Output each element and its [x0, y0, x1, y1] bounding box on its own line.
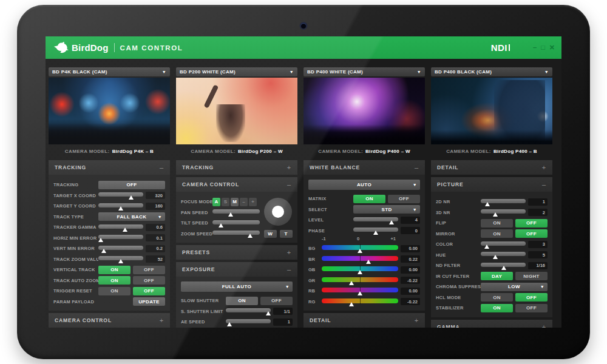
slider-thumb[interactable] [248, 234, 253, 238]
slider-thumb[interactable] [219, 223, 223, 228]
slider[interactable] [98, 202, 143, 211]
slider[interactable] [226, 318, 271, 326]
slider[interactable] [98, 244, 143, 253]
slider[interactable] [226, 307, 271, 315]
minimize-button[interactable]: – [533, 44, 537, 51]
slider[interactable] [481, 261, 526, 270]
slider-thumb[interactable] [373, 231, 378, 235]
toggle-night-button[interactable]: NIGHT [515, 272, 548, 280]
zoom-wide-button[interactable]: W [264, 230, 277, 238]
toggle-on-button[interactable]: ON [353, 195, 385, 203]
slider-thumb[interactable] [501, 266, 506, 270]
focus-manual-button[interactable]: M [231, 198, 239, 206]
slider-thumb[interactable] [118, 206, 123, 211]
slider-thumb[interactable] [493, 212, 498, 217]
slider[interactable] [98, 255, 143, 263]
focus-near-button[interactable]: – [240, 198, 248, 206]
slider-track[interactable] [212, 209, 260, 214]
toggle-on-button[interactable]: ON [481, 229, 513, 238]
toggle-off-button[interactable]: OFF [515, 293, 548, 302]
slider-thumb[interactable] [228, 212, 233, 217]
action-button[interactable]: UPDATE [133, 297, 165, 306]
slider[interactable] [212, 208, 260, 217]
focus-far-button[interactable]: + [249, 198, 257, 206]
section-header[interactable]: PRESETS+ [176, 245, 297, 260]
slider-track[interactable] [226, 308, 271, 312]
slider-track[interactable] [481, 252, 526, 256]
camera-source-select[interactable]: BD P200 WHITE (CAM)▼ [176, 67, 297, 76]
section-header[interactable]: GAMMA+ [431, 320, 552, 328]
slider[interactable] [481, 208, 526, 217]
slider-thumb[interactable] [484, 244, 489, 249]
dropdown[interactable]: AUTO▼ [308, 180, 420, 190]
dropdown[interactable]: STD▼ [353, 205, 420, 214]
slider[interactable] [98, 223, 143, 232]
camera-source-select[interactable]: BD P4K BLACK (CAM)▼ [49, 67, 170, 76]
focus-onepush-button[interactable]: S [222, 198, 229, 206]
slider[interactable] [98, 234, 143, 242]
slider[interactable] [212, 219, 260, 228]
dropdown[interactable]: LOW▼ [481, 283, 548, 291]
collapse-icon[interactable]: – [287, 266, 291, 273]
camera-source-select[interactable]: BD P400 WHITE (CAM)▼ [304, 67, 425, 76]
slider-thumb[interactable] [358, 249, 362, 253]
joystick-pad[interactable] [264, 198, 292, 226]
expand-icon[interactable]: + [542, 323, 546, 328]
toggle-off-button[interactable]: OFF [133, 287, 165, 295]
slider-thumb[interactable] [349, 302, 354, 306]
slider-thumb[interactable] [101, 249, 106, 253]
gradient-slider[interactable] [322, 286, 398, 295]
collapse-icon[interactable]: – [160, 164, 164, 171]
gradient-slider[interactable] [322, 265, 398, 274]
toggle-off-button[interactable]: OFF [515, 304, 548, 312]
toggle-on-button[interactable]: ON [98, 276, 131, 285]
expand-icon[interactable]: + [415, 317, 419, 324]
gradient-slider[interactable] [322, 255, 398, 264]
section-header[interactable]: WHITE BALANCE– [304, 160, 425, 175]
slider-thumb[interactable] [389, 220, 394, 224]
slider-thumb[interactable] [493, 255, 498, 259]
toggle-on-button[interactable]: ON [98, 266, 131, 274]
section-header[interactable]: EXPOSURE– [176, 262, 297, 277]
expand-icon[interactable]: + [160, 317, 164, 324]
slider-thumb[interactable] [118, 259, 123, 263]
dropdown[interactable]: FALL BACK▼ [98, 212, 165, 221]
collapse-icon[interactable]: – [415, 164, 419, 171]
slider-thumb[interactable] [123, 228, 127, 232]
slider-thumb[interactable] [98, 238, 103, 242]
slider-track[interactable] [98, 224, 143, 229]
slider-track[interactable] [226, 319, 271, 323]
section-header[interactable]: PICTURE– [431, 177, 552, 192]
slider-thumb[interactable] [485, 202, 490, 206]
slider[interactable] [212, 229, 260, 238]
close-button[interactable]: ✕ [549, 44, 555, 51]
expand-icon[interactable]: + [287, 249, 291, 256]
gradient-slider[interactable] [322, 276, 398, 285]
focus-auto-button[interactable]: A [212, 198, 220, 206]
gradient-slider[interactable] [322, 244, 398, 253]
joystick-knob[interactable] [272, 206, 284, 218]
toggle-on-button[interactable]: ON [481, 293, 513, 302]
slider-thumb[interactable] [266, 311, 271, 315]
slider-thumb[interactable] [227, 322, 232, 326]
section-header[interactable]: CAMERA CONTROL– [176, 177, 297, 192]
maximize-button[interactable]: □ [541, 44, 545, 51]
slider[interactable] [353, 226, 398, 235]
toggle-off-button[interactable]: OFF [515, 229, 548, 238]
slider[interactable] [481, 240, 526, 249]
slider[interactable] [481, 198, 526, 206]
gradient-slider[interactable] [322, 297, 398, 306]
slider-thumb[interactable] [129, 195, 134, 200]
toggle-on-button[interactable]: ON [98, 287, 131, 295]
toggle-day-button[interactable]: DAY [481, 272, 513, 280]
toggle-off-button[interactable]: OFF [133, 276, 165, 285]
toggle-off-button[interactable]: OFF [388, 195, 420, 203]
expand-icon[interactable]: + [287, 164, 291, 171]
dropdown[interactable]: FULL AUTO▼ [181, 281, 293, 292]
section-header[interactable]: TRACKING– [49, 160, 170, 175]
section-header[interactable]: DETAIL+ [304, 313, 425, 328]
action-button[interactable]: OFF [98, 181, 165, 189]
slider-thumb[interactable] [358, 291, 362, 295]
section-header[interactable]: DETAIL+ [431, 160, 552, 175]
slider-thumb[interactable] [349, 281, 354, 285]
